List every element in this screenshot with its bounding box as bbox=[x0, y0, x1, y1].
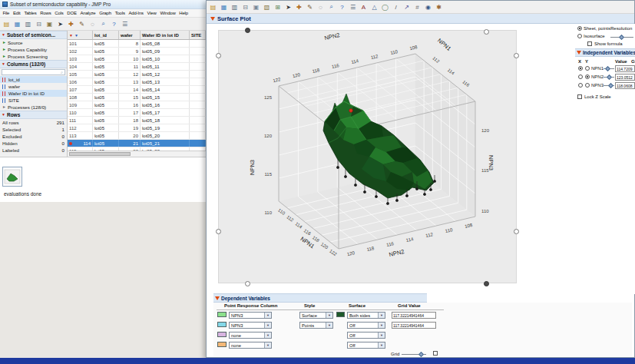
magnifier-icon[interactable]: ⌕ bbox=[326, 2, 336, 12]
print-icon[interactable]: ⊟ bbox=[240, 2, 250, 12]
red-triangle-menu-icon[interactable] bbox=[215, 296, 220, 300]
table-row-104[interactable]: 104lot0511lot05_11 bbox=[68, 63, 207, 71]
plot-rotation-handle[interactable] bbox=[484, 29, 489, 35]
magnifier-icon[interactable]: ⌕ bbox=[98, 19, 108, 29]
run-script-icon[interactable]: ► bbox=[2, 48, 6, 51]
column-item-wafer[interactable]: wafer bbox=[0, 83, 67, 90]
surface-plot-3d[interactable]: 1221201181161141121101081121141161251201… bbox=[219, 31, 518, 284]
plot-rotation-handle[interactable] bbox=[484, 281, 489, 286]
column-header-lot-id[interactable]: lot_id bbox=[93, 31, 119, 39]
annotate-icon[interactable]: A bbox=[359, 2, 369, 12]
table-row-101[interactable]: 101lot058lot05_08 bbox=[68, 40, 207, 48]
surface-mode-dropdown[interactable]: Off bbox=[347, 332, 385, 339]
response-column-dropdown[interactable]: none bbox=[229, 342, 272, 349]
red-triangle-menu-icon[interactable] bbox=[210, 17, 215, 21]
copy-icon[interactable]: ▣ bbox=[251, 2, 261, 12]
table-red-triangle-icon[interactable]: ▼ bbox=[69, 33, 73, 38]
table-row-109[interactable]: 109lot0516lot05_16 bbox=[68, 101, 207, 109]
row-number-cell[interactable]: 107 bbox=[68, 86, 93, 93]
scrollbar-thumb[interactable] bbox=[69, 152, 131, 156]
plot-rotation-handle[interactable] bbox=[216, 229, 221, 234]
lasso-icon[interactable]: ◌ bbox=[88, 19, 98, 29]
arrow-icon[interactable]: ↗ bbox=[402, 2, 412, 12]
settings-icon[interactable]: ✱ bbox=[434, 2, 444, 12]
windows-taskbar[interactable] bbox=[0, 358, 635, 364]
plot-rotation-handle[interactable] bbox=[514, 229, 519, 234]
menu-analyze[interactable]: Analyze bbox=[78, 11, 98, 15]
row-number-cell[interactable]: 113 bbox=[68, 132, 93, 139]
cursor-icon[interactable]: ➤ bbox=[283, 2, 293, 12]
dependent-variables-header[interactable]: Dependent Variables bbox=[213, 293, 427, 303]
iv-value-npn3[interactable]: 118.0608 bbox=[615, 82, 635, 89]
response-column-dropdown[interactable]: NPN3 bbox=[229, 312, 272, 319]
table-row-102[interactable]: 102lot059lot05_09 bbox=[68, 48, 207, 55]
grabber-icon[interactable]: ✚ bbox=[66, 19, 76, 29]
row-number-cell[interactable]: 105 bbox=[68, 71, 93, 78]
plot-rotation-handle[interactable] bbox=[245, 28, 250, 33]
iv-x-radio-npn1[interactable] bbox=[578, 66, 583, 71]
panel-header-rows[interactable]: ▼ Rows bbox=[0, 111, 67, 119]
column-item-lot-id[interactable]: lot_id bbox=[0, 76, 67, 83]
iv-x-radio-npn3[interactable] bbox=[578, 83, 583, 88]
column-header-site[interactable]: SITE bbox=[190, 31, 206, 39]
surface-mode-dropdown[interactable]: Off bbox=[347, 322, 385, 329]
table-script-source[interactable]: ►Source bbox=[0, 39, 67, 46]
script-icon[interactable]: ☰ bbox=[120, 19, 130, 29]
grid-slider-thumb[interactable] bbox=[418, 352, 424, 357]
panel-header-columns[interactable]: ▼ Columns (132/0) bbox=[0, 60, 67, 68]
table-row-103[interactable]: 103lot0510lot05_10 bbox=[68, 55, 207, 63]
help-icon[interactable]: ? bbox=[337, 2, 347, 12]
surface-plot-outline-header[interactable]: Surface Plot bbox=[207, 14, 634, 24]
iv-slider-thumb[interactable] bbox=[605, 66, 610, 71]
column-item-processes--128-0-[interactable]: ►Processes (128/0) bbox=[0, 104, 67, 111]
style-dropdown[interactable]: Points bbox=[299, 322, 333, 329]
menu-tools[interactable]: Tools bbox=[113, 11, 127, 15]
plot-rotation-handle[interactable] bbox=[245, 281, 250, 286]
column-item-wafer-id-in-lot-id[interactable]: Wafer ID in lot ID bbox=[0, 90, 67, 97]
script-icon[interactable]: ☰ bbox=[348, 2, 358, 12]
row-number-cell[interactable]: 101 bbox=[68, 40, 93, 47]
data-table-icon[interactable]: ▦ bbox=[12, 19, 22, 29]
menu-file[interactable]: File bbox=[1, 11, 12, 15]
save-icon[interactable]: ▥ bbox=[23, 19, 33, 29]
iv-x-radio-npn2[interactable] bbox=[578, 74, 583, 79]
line-icon[interactable]: / bbox=[391, 2, 401, 12]
menu-rows[interactable]: Rows bbox=[38, 11, 53, 15]
expand-icon[interactable]: ► bbox=[2, 105, 6, 109]
response-column-dropdown[interactable]: none bbox=[229, 332, 272, 339]
row-number-cell[interactable]: 112 bbox=[68, 124, 93, 131]
lock-z-scale-checkbox[interactable] bbox=[577, 94, 582, 99]
run-script-icon[interactable]: ► bbox=[2, 41, 6, 45]
new-window-icon[interactable]: ▤ bbox=[208, 2, 218, 12]
isosurface-radio[interactable] bbox=[577, 34, 582, 38]
response-color-swatch[interactable] bbox=[217, 312, 227, 317]
layout-icon[interactable]: ⊞ bbox=[273, 2, 283, 12]
table-row-110[interactable]: 110lot0517lot05_17 bbox=[68, 109, 207, 117]
grid-value-input[interactable]: 117.32214941464 bbox=[392, 312, 436, 319]
red-triangle-icon[interactable]: ▼ bbox=[2, 33, 5, 37]
style-dropdown[interactable]: Surface bbox=[299, 312, 333, 319]
plot-rotation-handle[interactable] bbox=[216, 53, 221, 58]
menu-tables[interactable]: Tables bbox=[22, 11, 38, 15]
table-row-113[interactable]: 113lot0520lot05_20 bbox=[68, 132, 207, 140]
main-titlebar[interactable]: Subset of semiconductor capability - JMP… bbox=[0, 0, 206, 9]
grid-icon[interactable]: # bbox=[412, 2, 422, 12]
table-script-process-screening[interactable]: ►Process Screening bbox=[0, 53, 67, 60]
resolution-slider-thumb[interactable] bbox=[619, 35, 624, 40]
iv-y-radio-npn1[interactable] bbox=[585, 66, 590, 71]
surface-color-swatch[interactable] bbox=[336, 312, 345, 317]
data-table[interactable]: ▼▼lot_idwaferWafer ID in lot IDSITE101lo… bbox=[68, 31, 207, 157]
row-number-cell[interactable]: 108 bbox=[68, 94, 93, 101]
lasso-icon[interactable]: ◌ bbox=[316, 2, 326, 12]
surface-mode-dropdown[interactable]: Off bbox=[347, 342, 385, 349]
column-item-site[interactable]: SITE bbox=[0, 97, 67, 104]
plot-3d-panel[interactable]: 1221201181161141121101081121141161251201… bbox=[218, 30, 517, 283]
row-number-cell[interactable]: 111 bbox=[68, 117, 93, 124]
row-number-cell[interactable]: 109 bbox=[68, 101, 93, 108]
menu-window[interactable]: Window bbox=[158, 11, 177, 15]
filter-icon[interactable]: ⌕ bbox=[61, 70, 63, 75]
table-row-108[interactable]: 108lot0515lot05_15 bbox=[68, 94, 207, 101]
journal-icon[interactable]: ▧ bbox=[262, 2, 272, 12]
red-triangle-icon[interactable]: ▼ bbox=[2, 113, 5, 117]
table-corner-cell[interactable]: ▼▼ bbox=[68, 31, 93, 39]
